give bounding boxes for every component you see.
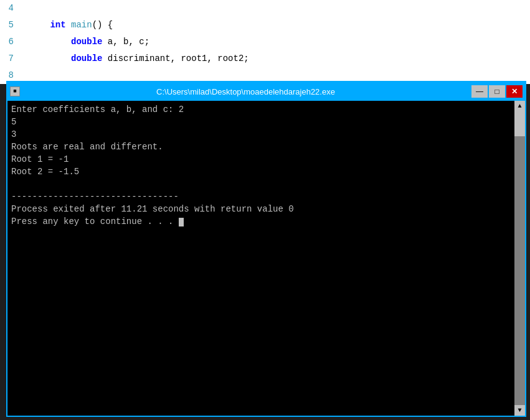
line-number: 5	[0, 17, 19, 34]
line-number: 6	[0, 34, 19, 50]
console-output: Enter coefficients a, b, and c: 2 5 3 Ro…	[7, 101, 514, 416]
minimize-button[interactable]: —	[471, 85, 488, 98]
line-number: 4	[0, 0, 19, 17]
code-line-4: 4 int main() {	[0, 0, 530, 17]
cursor	[179, 218, 184, 226]
console-body: Enter coefficients a, b, and c: 2 5 3 Ro…	[7, 101, 525, 416]
console-titlebar: ■ C:\Users\milad\Desktop\moaedelehdaraje…	[7, 82, 525, 101]
scrollbar-track[interactable]	[514, 111, 525, 405]
scroll-down-button[interactable]: ▼	[514, 405, 525, 416]
console-icon: ■	[10, 86, 20, 96]
console-title: C:\Users\milad\Desktop\moaedelehdarajeh2…	[20, 87, 471, 96]
close-button[interactable]: ✕	[506, 85, 523, 98]
scrollbar-thumb[interactable]	[514, 111, 525, 136]
scrollbar[interactable]: ▲ ▼	[514, 101, 525, 416]
line-number: 7	[0, 50, 19, 67]
console-window: ■ C:\Users\milad\Desktop\moaedelehdaraje…	[6, 81, 526, 417]
code-editor: 4 int main() { 5 double a, b, c; 6 doubl…	[0, 0, 530, 84]
scroll-up-button[interactable]: ▲	[514, 101, 525, 111]
code-line-6: 6 double discriminant, root1, root2;	[0, 34, 530, 50]
maximize-button[interactable]: □	[489, 85, 505, 98]
code-line-5: 5 double a, b, c;	[0, 17, 530, 34]
console-controls: — □ ✕	[471, 85, 523, 98]
